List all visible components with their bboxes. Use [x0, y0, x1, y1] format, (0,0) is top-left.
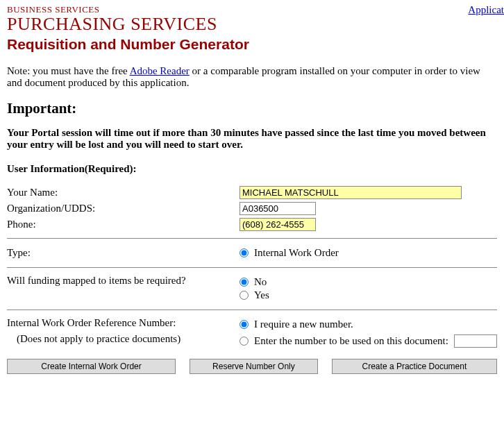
important-heading: Important:	[7, 100, 497, 117]
page-title: Requisition and Number Generator	[7, 36, 497, 53]
udds-input[interactable]	[240, 202, 316, 215]
type-internal-radio[interactable]	[240, 248, 249, 257]
user-info-heading: User Information(Required):	[7, 163, 497, 175]
funding-no-radio[interactable]	[240, 278, 249, 287]
funding-no-label: No	[254, 276, 267, 288]
refnum-new-label: I require a new number.	[254, 319, 353, 330]
adobe-reader-link[interactable]: Adobe Reader	[130, 65, 190, 76]
divider	[7, 267, 497, 268]
refnum-sublabel: (Does not apply to practice documents)	[7, 333, 240, 345]
create-internal-work-order-button[interactable]: Create Internal Work Order	[7, 359, 176, 374]
refnum-enter-label: Enter the number to be used on this docu…	[254, 335, 448, 347]
phone-input[interactable]	[240, 218, 316, 231]
name-input[interactable]	[240, 186, 462, 199]
phone-label: Phone:	[7, 219, 240, 230]
note-paragraph: Note: you must have the free Adobe Reade…	[7, 65, 497, 89]
funding-yes-radio[interactable]	[240, 291, 249, 300]
important-body: Your Portal session will time out if mor…	[7, 127, 497, 151]
create-practice-document-button[interactable]: Create a Practice Document	[332, 359, 497, 374]
refnum-input[interactable]	[454, 334, 497, 348]
refnum-enter-radio[interactable]	[240, 337, 249, 346]
funding-label: Will funding mapped to items be required…	[7, 275, 240, 287]
refnum-new-radio[interactable]	[240, 320, 249, 329]
name-label: Your Name:	[7, 187, 240, 198]
note-pre: Note: you must have the free	[7, 65, 130, 76]
divider	[7, 238, 497, 239]
applications-link[interactable]: Applicat	[468, 4, 504, 16]
brand-large: PURCHASING SERVICES	[7, 14, 497, 35]
udds-label: Organization/UDDS:	[7, 203, 240, 214]
divider	[7, 309, 497, 310]
type-internal-label: Internal Work Order	[254, 247, 339, 259]
type-label: Type:	[7, 247, 240, 259]
reserve-number-button[interactable]: Reserve Number Only	[190, 359, 318, 374]
refnum-label: Internal Work Order Reference Number:	[7, 317, 240, 329]
funding-yes-label: Yes	[254, 289, 269, 301]
